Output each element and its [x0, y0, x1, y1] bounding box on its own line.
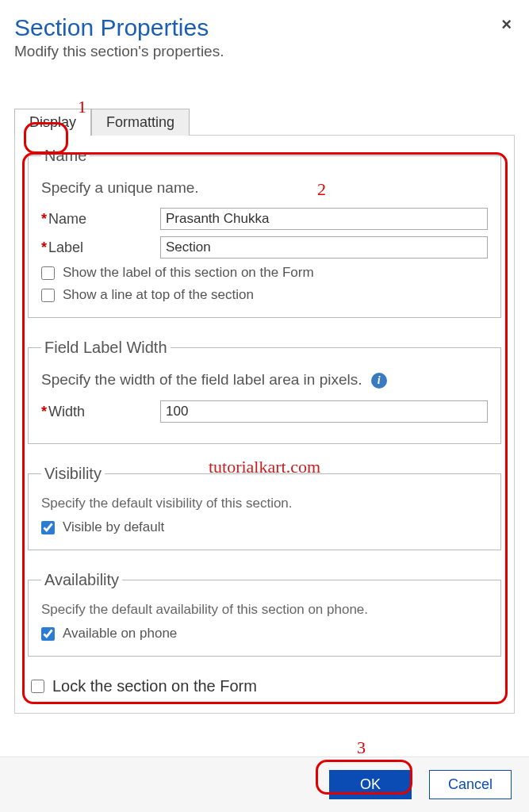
available-label: Available on phone	[63, 626, 177, 642]
group-width-desc: Specify the width of the field label are…	[41, 371, 488, 389]
group-visibility-desc: Specify the default visibility of this s…	[41, 496, 488, 511]
tab-formatting[interactable]: Formatting	[91, 109, 190, 136]
available-checkbox[interactable]	[41, 627, 55, 641]
tab-display[interactable]: Display	[14, 109, 91, 136]
group-field-label-width: Field Label Width Specify the width of t…	[28, 339, 501, 444]
group-availability-legend: Availability	[41, 571, 122, 589]
lock-label: Lock the section on the Form	[52, 677, 257, 695]
close-icon[interactable]: ×	[501, 14, 512, 35]
info-icon[interactable]: i	[371, 373, 387, 389]
visible-label: Visible by default	[63, 519, 164, 535]
annotation-number-3: 3	[357, 737, 366, 758]
dialog-title: Section Properties	[14, 14, 515, 41]
show-line-checkbox[interactable]	[41, 289, 55, 302]
name-label: *Name	[41, 211, 160, 228]
group-width-legend: Field Label Width	[41, 339, 171, 357]
label-input[interactable]	[160, 236, 488, 259]
dialog-footer: OK Cancel	[0, 756, 529, 812]
label-label: *Label	[41, 239, 160, 256]
visible-checkbox[interactable]	[41, 521, 55, 534]
show-label-text: Show the label of this section on the Fo…	[63, 265, 314, 281]
group-name-legend: Name	[41, 147, 90, 165]
group-availability-desc: Specify the default availability of this…	[41, 602, 488, 618]
dialog-subtitle: Modify this section's properties.	[14, 43, 515, 60]
group-name: Name Specify a unique name. *Name *Label…	[28, 147, 501, 318]
width-label: *Width	[41, 404, 160, 420]
group-availability: Availability Specify the default availab…	[28, 571, 501, 657]
group-name-desc: Specify a unique name.	[41, 179, 488, 197]
name-input[interactable]	[160, 208, 488, 230]
show-line-text: Show a line at top of the section	[63, 287, 254, 303]
lock-checkbox[interactable]	[31, 680, 44, 693]
width-input[interactable]	[160, 400, 488, 423]
show-label-checkbox[interactable]	[41, 266, 55, 280]
tab-panel-display: Name Specify a unique name. *Name *Label…	[14, 135, 515, 714]
group-visibility: Visibility Specify the default visibilit…	[28, 465, 501, 550]
group-visibility-legend: Visibility	[41, 465, 105, 483]
ok-button[interactable]: OK	[329, 770, 412, 799]
cancel-button[interactable]: Cancel	[429, 770, 512, 799]
